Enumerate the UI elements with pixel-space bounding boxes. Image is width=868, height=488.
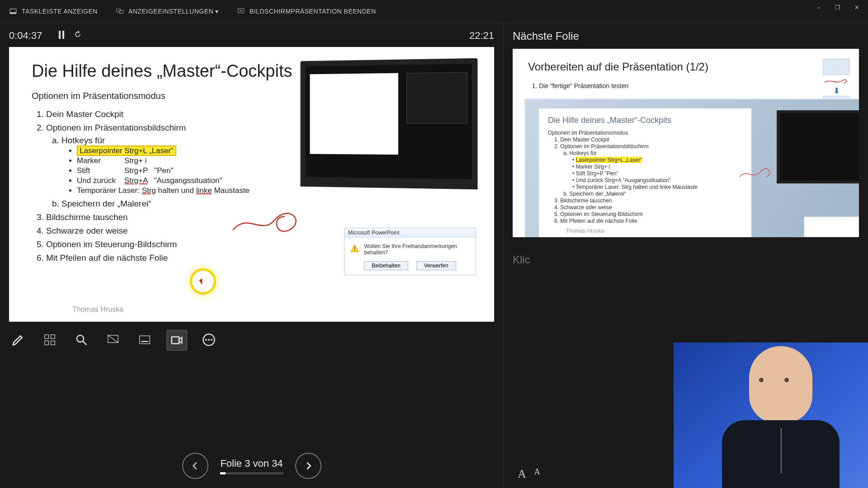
see-all-slides-button[interactable]	[40, 330, 60, 350]
magnifier-icon	[75, 333, 88, 347]
next-slide-header: Nächste Folie	[513, 30, 859, 42]
camera-icon	[170, 333, 184, 347]
cursor-icon	[199, 278, 205, 285]
photo-l2: Optionen im Präsentationsbildschirm	[560, 143, 648, 150]
ink-keep-dialog: Microsoft PowerPoint Wollen Sie Ihre Fre…	[344, 228, 476, 275]
svg-point-24	[211, 339, 212, 341]
prev-slide-button[interactable]	[182, 453, 208, 479]
zoom-tool-button[interactable]	[71, 330, 91, 350]
hk-tl-end: Maustaste	[214, 186, 249, 195]
camera-button[interactable]	[166, 330, 187, 351]
hk-marker-key: Strg+ i	[124, 156, 147, 165]
slide-nav: Folie 3 von 34	[0, 453, 503, 479]
svg-point-15	[77, 335, 84, 342]
photo-dialog-graphic	[804, 216, 859, 237]
end-show-icon	[237, 7, 245, 15]
slide-monitor-graphic	[300, 58, 477, 190]
next-slide-point-1: Die "fertige" Präsentation testen	[539, 82, 844, 89]
end-show-label: BILDSCHIRMPRÄSENTATION BEENDEN	[250, 8, 376, 15]
more-tools-button[interactable]	[199, 330, 219, 350]
minimize-button[interactable]: –	[812, 3, 826, 12]
hk-back-name: Und zurück	[77, 176, 116, 185]
camera-preview[interactable]	[674, 343, 868, 488]
pen-tool-button[interactable]	[8, 330, 28, 350]
reset-timer-button[interactable]	[73, 30, 82, 42]
hk-back-key: Strg+A	[124, 176, 148, 185]
current-slide[interactable]: Die Hilfe deines „Master“-Cockpits Optio…	[9, 47, 494, 322]
show-taskbar-cmd[interactable]: TASKLEISTE ANZEIGEN	[9, 7, 98, 15]
svg-rect-19	[142, 341, 148, 343]
photo-scribble	[738, 167, 774, 181]
grid-icon	[43, 333, 57, 347]
restore-button[interactable]: ❐	[831, 3, 844, 12]
dialog-keep-button[interactable]: Beibehalten	[364, 261, 408, 270]
presenter-figure	[717, 346, 844, 488]
photo-title: Die Hilfe deines „Master“-Cockpits	[548, 116, 742, 125]
hotkey-laser-text: Laserpointer Strg+L „Laser“	[77, 145, 176, 156]
hk-tl-linke: linke	[196, 186, 212, 195]
next-slide-photo: Die Hilfe deines „Master“-Cockpits Optio…	[524, 99, 859, 237]
svg-rect-12	[51, 335, 55, 339]
photo-l5: Optionen im Steuerung-Bildschirm	[560, 211, 643, 217]
display-settings-icon	[116, 7, 124, 15]
ink-scribble-mini	[823, 79, 849, 84]
speaker-notes[interactable]: Klic	[513, 253, 859, 266]
hk-tl-mid: halten und	[158, 186, 194, 195]
photo-p5: Temporärer Laser: Strg halten und linke …	[576, 184, 697, 190]
show-taskbar-label: TASKLEISTE ANZEIGEN	[22, 8, 98, 15]
svg-rect-20	[172, 337, 179, 344]
photo-p3: Stift Strg+P "Pen"	[576, 170, 618, 177]
chevron-left-icon	[190, 461, 200, 471]
display-settings-cmd[interactable]: ANZEIGEEINSTELLUNGEN ▾	[116, 7, 219, 15]
font-increase-button[interactable]: A	[518, 467, 526, 481]
svg-rect-7	[59, 31, 61, 39]
photo-l3: Bildschirme tauschen	[560, 197, 612, 204]
pen-icon	[11, 333, 25, 347]
svg-line-16	[83, 342, 87, 345]
hk-tl-key: Strg	[142, 186, 156, 195]
slide-item-2b: Speichern der „Malerei“	[61, 199, 472, 209]
more-icon	[202, 333, 216, 347]
svg-rect-10	[354, 250, 355, 251]
close-button[interactable]: ✕	[850, 3, 863, 12]
hk-pen-note: "Pen"	[154, 166, 173, 175]
taskbar-icon	[9, 7, 17, 15]
photo-l1: Dein Master Cockpit	[560, 136, 609, 143]
end-slideshow-cmd[interactable]: BILDSCHIRMPRÄSENTATION BEENDEN	[237, 7, 376, 15]
photo-monitor-graphic	[777, 110, 859, 183]
black-screen-button[interactable]	[103, 330, 123, 350]
svg-point-23	[208, 339, 210, 341]
slide-item-2-label: Optionen im Präsentationsbildschirm	[46, 123, 186, 132]
photo-p4: Und zurück Strg+A "Ausgangssituation"	[576, 177, 671, 183]
photo-l6: Mit Pfeilen auf die nächste Folie	[560, 218, 637, 224]
presenter-tools	[0, 322, 503, 351]
svg-rect-1	[10, 12, 16, 14]
subtitle-button[interactable]	[135, 330, 155, 350]
font-decrease-button[interactable]: A	[534, 467, 540, 481]
photo-author: Thomas Hruska	[548, 228, 742, 234]
photo-sub: Optionen im Präsentationsmodus	[548, 130, 742, 136]
hk-tl-name: Temporärer Laser:	[77, 186, 140, 195]
warning-icon	[350, 243, 360, 254]
pause-timer-button[interactable]	[58, 30, 65, 42]
next-slide-preview[interactable]: Vorbereiten auf die Präsentation (1/2) D…	[513, 49, 859, 237]
wall-clock: 22:21	[469, 30, 494, 42]
photo-document: Die Hilfe deines „Master“-Cockpits Optio…	[539, 108, 751, 237]
svg-rect-18	[140, 336, 150, 344]
display-settings-label: ANZEIGEEINSTELLUNGEN ▾	[128, 8, 219, 15]
elapsed-timer: 0:04:37	[9, 30, 50, 42]
svg-point-22	[205, 339, 207, 341]
hk-pen-key: Strg+P	[124, 166, 148, 175]
next-slide-button[interactable]	[295, 453, 321, 479]
subtitle-icon	[138, 333, 151, 347]
pause-icon	[58, 31, 65, 39]
photo-l2b: Speichern der „Malerei“	[569, 191, 626, 197]
hk-marker-name: Marker	[77, 156, 101, 165]
dialog-message: Wollen Sie Ihre Freihandanmerkungen beha…	[364, 243, 470, 256]
hk-back-note: "Ausgangssituation"	[154, 176, 222, 185]
presenter-left-pane: 0:04:37 22:21 Die Hilfe deines „Master“-…	[0, 23, 503, 488]
slide-progress	[220, 472, 283, 474]
dialog-discard-button[interactable]: Verwerfen	[416, 261, 456, 270]
chevron-right-icon	[303, 461, 313, 471]
presenter-topbar: TASKLEISTE ANZEIGEN ANZEIGEEINSTELLUNGEN…	[0, 0, 868, 23]
